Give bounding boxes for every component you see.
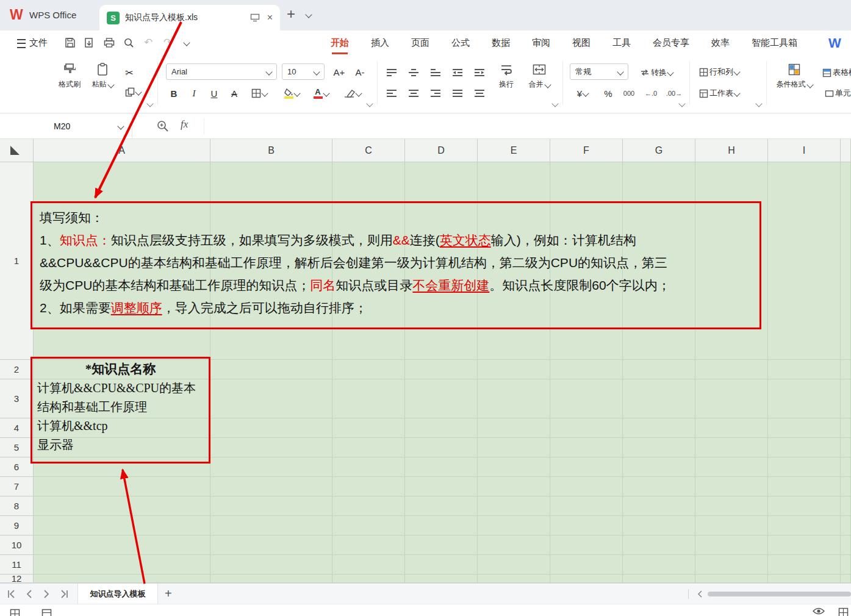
cell[interactable] [768,496,841,516]
cell[interactable] [34,535,210,555]
cell[interactable] [623,438,695,457]
cell[interactable] [623,477,695,496]
cell[interactable] [34,575,210,583]
copy-button[interactable] [121,84,145,100]
fill-color-button[interactable] [279,85,304,101]
ribbon-tab-4[interactable]: 数据 [492,37,510,49]
cell[interactable] [768,575,841,583]
align-right-button[interactable] [428,85,443,101]
cell[interactable] [405,360,478,379]
cell[interactable] [841,418,851,438]
cell[interactable] [332,418,405,438]
cell[interactable] [210,477,332,496]
cell[interactable] [405,496,478,516]
remove-decimal-button[interactable]: .00→ [664,85,684,101]
cell[interactable] [332,516,405,535]
cell[interactable] [841,535,851,555]
row-header-12[interactable]: 12 [0,575,34,583]
last-sheet-icon[interactable] [59,590,68,598]
cell[interactable] [695,535,768,555]
currency-button[interactable]: ¥ [572,85,593,101]
grid-view-icon[interactable] [838,607,849,616]
column-header-B[interactable]: B [210,139,332,162]
cell[interactable] [841,477,851,496]
cell[interactable] [478,379,550,418]
formula-input[interactable] [207,113,851,138]
cell[interactable] [332,575,405,583]
cells-button[interactable]: 单元格 [825,85,851,101]
status-table-icon[interactable] [41,609,52,616]
file-menu[interactable]: 文件 [29,37,48,49]
ribbon-tab-1[interactable]: 插入 [371,37,389,49]
cell[interactable] [405,575,478,583]
save-icon[interactable] [65,37,76,48]
cell[interactable] [332,477,405,496]
justify-button[interactable] [450,85,465,101]
cell[interactable] [34,477,210,496]
increase-font-button[interactable]: A+ [331,64,348,80]
cell[interactable] [34,496,210,516]
eye-icon[interactable] [813,607,825,615]
ribbon-tab-3[interactable]: 公式 [451,37,470,49]
cell[interactable] [550,575,623,583]
cell[interactable] [695,360,768,379]
conditional-format-button[interactable]: 条件格式 [775,62,814,90]
add-decimal-button[interactable]: ←.0 [642,85,660,101]
name-box[interactable]: M20 [0,113,132,138]
merge-cells-button[interactable]: 合并 [523,62,555,90]
cell[interactable] [550,516,623,535]
window-mode-icon[interactable] [250,13,260,22]
cell[interactable] [550,418,623,438]
cell[interactable] [550,477,623,496]
cell[interactable] [623,535,695,555]
cell[interactable] [695,477,768,496]
menu-icon[interactable] [17,39,26,48]
row-header-8[interactable]: 8 [0,496,34,516]
cell[interactable] [623,457,695,477]
convert-button[interactable]: 转换 [634,65,678,81]
cell[interactable] [478,477,550,496]
cell[interactable] [405,418,478,438]
cell[interactable] [623,555,695,575]
cell[interactable] [405,457,478,477]
cell[interactable] [841,496,851,516]
ribbon-tab-7[interactable]: 工具 [612,37,631,49]
cell[interactable] [210,418,332,438]
font-size-select[interactable]: 10 [282,63,325,80]
align-center-button[interactable] [406,85,421,101]
borders-button[interactable] [248,85,271,101]
cell[interactable] [332,555,405,575]
column-header-G[interactable]: G [623,139,695,162]
cell[interactable] [210,360,332,379]
number-more-icon[interactable] [678,100,685,107]
cell[interactable] [841,379,851,418]
cell[interactable] [550,438,623,457]
cell[interactable] [695,438,768,457]
cell[interactable] [332,360,405,379]
cell[interactable] [34,555,210,575]
cell[interactable] [478,555,550,575]
undo-icon[interactable]: ↶ [144,36,153,49]
font-family-select[interactable]: Arial [166,63,277,80]
align-middle-button[interactable] [406,65,421,81]
cell[interactable] [623,575,695,583]
redo-icon[interactable]: ↷ [163,36,172,49]
percent-button[interactable]: % [601,85,615,101]
cell[interactable] [34,516,210,535]
cell[interactable] [332,379,405,418]
cell[interactable] [695,379,768,418]
cell[interactable] [768,516,841,535]
cell[interactable] [405,555,478,575]
ribbon-tab-2[interactable]: 页面 [411,37,429,49]
cell[interactable] [478,360,550,379]
cell[interactable] [768,535,841,555]
print-preview-icon[interactable] [123,37,134,48]
cell[interactable] [478,418,550,438]
wps-account-badge[interactable]: W [828,35,841,51]
cell[interactable] [841,457,851,477]
strikethrough-button[interactable]: A [226,85,242,101]
increase-indent-button[interactable] [472,65,487,81]
cell[interactable] [478,516,550,535]
font-color-button[interactable]: A [309,85,333,101]
cell[interactable] [478,457,550,477]
